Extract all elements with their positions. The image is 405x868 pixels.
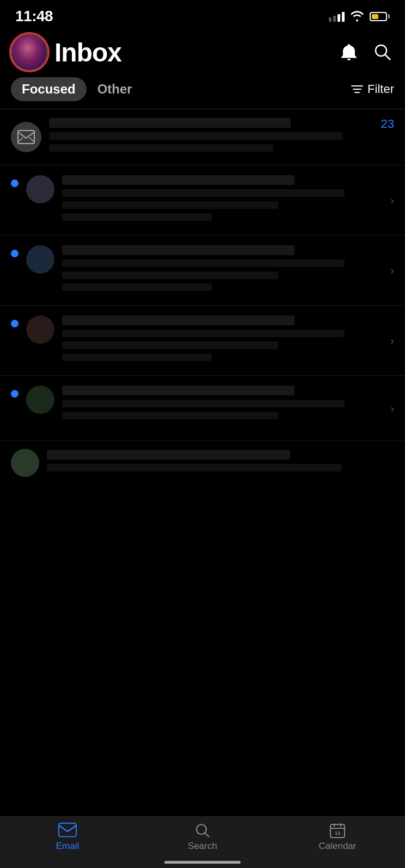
email-item[interactable]: › [0,235,405,306]
svg-line-3 [18,138,23,142]
nav-email-icon-wrap [58,822,77,839]
svg-line-7 [205,833,209,837]
home-indicator [164,861,241,864]
header-actions [338,40,394,64]
bell-icon [340,42,358,62]
header: Inbox [0,29,405,77]
search-nav-icon [194,822,211,839]
chevron-right-icon: › [390,402,394,414]
nav-search-button[interactable]: Search [135,822,270,852]
status-icons [329,11,390,22]
email-content [62,315,394,365]
unread-indicator [11,320,19,327]
signal-icon [329,11,345,22]
sender-avatar [26,175,54,203]
nav-calendar-icon-wrap: 13 [328,822,347,839]
unread-indicator [11,250,19,257]
sender-avatar [26,315,54,344]
email-content [62,245,394,295]
nav-search-label: Search [188,841,217,852]
status-time: 11:48 [15,8,53,25]
tab-segment: Focused Other [11,77,143,101]
email-content [62,175,394,225]
email-item[interactable]: › [0,376,405,441]
nav-search-icon-wrap [193,822,212,839]
email-content [62,386,394,424]
sender-avatar [26,386,54,414]
tab-focused[interactable]: Focused [11,77,87,101]
filter-icon [351,85,363,93]
svg-line-4 [29,138,34,142]
envelope-icon [17,130,35,144]
nav-calendar-button[interactable]: 13 Calendar [270,822,405,852]
newsletter-icon [11,122,41,152]
tab-other[interactable]: Other [87,77,143,101]
nav-email-label: Email [56,841,79,852]
unread-indicator [11,390,19,398]
search-icon [373,43,392,61]
unread-indicator [11,179,19,187]
peek-email-item[interactable] [0,441,405,485]
filter-label: Filter [367,82,394,96]
peek-content [47,450,394,476]
nav-email-button[interactable]: Email [0,822,135,852]
newsletter-badge: 23 [381,117,394,131]
bottom-nav: Email Search 13 Calendar [0,816,405,868]
email-item[interactable]: › [0,165,405,235]
chevron-right-icon: › [390,334,394,347]
avatar-container[interactable] [11,34,48,71]
chevron-right-icon: › [390,194,394,207]
svg-text:13: 13 [335,830,340,836]
newsletter-content [49,118,394,156]
chevron-right-icon: › [390,264,394,277]
page-title: Inbox [54,38,331,67]
search-button[interactable] [371,41,394,64]
sender-avatar [26,245,54,274]
calendar-nav-icon: 13 [329,822,346,839]
battery-icon [370,12,390,21]
peek-avatar [11,449,39,477]
avatar-red-border [9,32,50,72]
notification-button[interactable] [338,40,360,64]
newsletter-group-item[interactable]: 23 [0,109,405,165]
email-nav-icon [58,822,77,839]
status-bar: 11:48 [0,0,405,29]
filter-button[interactable]: Filter [351,82,394,96]
svg-line-1 [385,54,390,60]
email-item[interactable]: › [0,306,405,376]
wifi-icon [350,11,364,22]
svg-rect-5 [59,823,76,837]
svg-rect-2 [18,131,34,144]
email-list: 23 › › › [0,109,405,572]
nav-calendar-label: Calendar [319,841,357,852]
tab-bar: Focused Other Filter [0,77,405,109]
